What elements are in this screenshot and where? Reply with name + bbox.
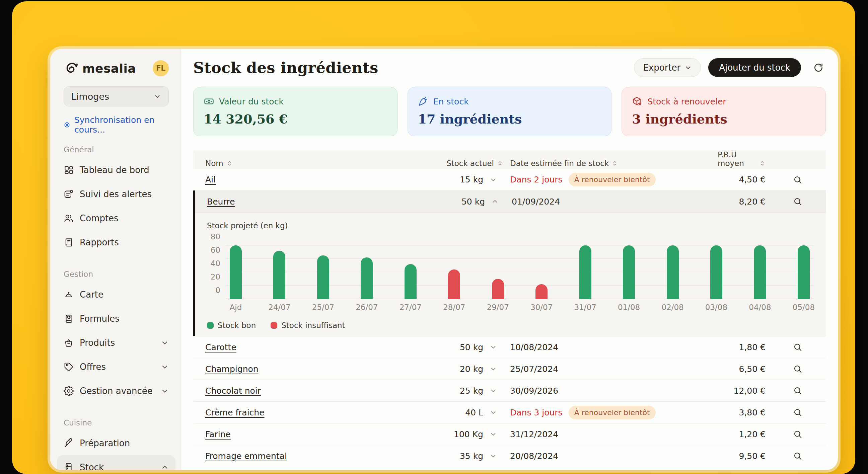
sidebar-item-suivi-des-alertes[interactable]: Suivi des alertes [57,182,176,206]
ingredient-link[interactable]: Chocolat noir [205,386,261,396]
ingredient-name-cell: Ail [205,175,386,184]
stock-value: 15 kg [386,175,483,184]
row-expand-toggle[interactable] [483,452,503,460]
column-header-date-fin-stock[interactable]: Date estimée fin de stock [503,159,718,168]
row-search-button[interactable] [782,451,814,461]
row-search-button[interactable] [782,196,814,207]
row-expand-toggle[interactable] [483,343,503,351]
end-of-stock-date-cell: 25/07/2024 [503,364,718,374]
row-search-button[interactable] [782,386,814,396]
ingredient-link[interactable]: Ail [205,175,216,184]
end-of-stock-date-cell: 10/08/2024 [503,342,718,352]
x-axis-label: 02/08 [667,303,679,313]
main-content: Stock des ingrédients Exporter Ajouter d… [181,49,838,470]
sidebar-section-label: Cuisine [64,418,169,428]
chevron-down-icon [161,387,169,395]
unit-price: 3,80 € [718,408,782,417]
row-search-button[interactable] [782,342,814,352]
stock-value: 50 kg [388,197,485,207]
page-title: Stock des ingrédients [193,59,634,77]
ingredient-link[interactable]: Crème fraiche [205,408,265,417]
refresh-button[interactable] [811,60,826,75]
end-of-stock-date-cell: 20/08/2024 [503,451,718,461]
sidebar-item-tableau-de-bord[interactable]: Tableau de bord [57,158,176,182]
row-expand-toggle[interactable] [483,409,503,416]
sidebar-item-preparation[interactable]: Préparation [57,431,176,455]
table-row: Champignon 20 kg 25/07/2024 6,50 € [193,358,826,380]
sidebar-item-label: Carte [80,290,169,299]
row-expand-toggle[interactable] [485,198,505,205]
sidebar-item-carte[interactable]: Carte [57,283,176,307]
end-of-stock-date: 25/07/2024 [510,364,558,374]
chart-bar [754,245,766,299]
chevron-down-icon [161,339,169,347]
sync-status: Synchronisation en cours... [64,120,169,130]
ingredient-link[interactable]: Farine [205,430,231,439]
row-search-button[interactable] [782,175,814,185]
sidebar-item-label: Stock [80,462,155,470]
refresh-icon [813,62,824,73]
sidebar-item-stock[interactable]: Stock [57,455,176,470]
row-expand-toggle[interactable] [483,365,503,373]
chevron-down-icon [684,64,692,71]
row-search-button[interactable] [782,429,814,439]
x-axis-label: 31/07 [579,303,591,313]
y-axis-tick: 40 [206,259,220,268]
x-axis-label: 05/08 [798,303,810,313]
location-label: Limoges [71,91,154,102]
row-search-button[interactable] [782,407,814,417]
unit-price: 8,20 € [719,197,782,207]
ingredient-link[interactable]: Fromage emmental [205,451,287,461]
legend-swatch [207,322,214,329]
sidebar-item-comptes[interactable]: Comptes [57,206,176,230]
row-expand-toggle[interactable] [483,176,503,184]
search-icon [793,386,803,396]
location-selector[interactable]: Limoges [64,86,169,106]
chart-bar [667,245,679,299]
row-expand-toggle[interactable] [483,431,503,438]
sidebar-item-gestion-avancee[interactable]: Gestion avancée [57,379,176,403]
sidebar-item-formules[interactable]: Formules [57,307,176,331]
search-icon [793,429,803,439]
end-of-stock-date: 20/08/2024 [510,451,558,461]
projected-stock-chart: 806040200 Ajd24/0725/0726/0727/0728/0729… [226,235,814,313]
ingredient-link[interactable]: Champignon [205,364,258,374]
users-icon [64,213,74,223]
row-search-button[interactable] [782,364,814,374]
legend-item: Stock bon [207,321,256,330]
export-button[interactable]: Exporter [634,58,701,77]
ingredient-name-cell: Crème fraiche [205,408,386,417]
end-of-stock-date-cell: Dans 2 jours À renouveler bientôt [503,173,718,186]
row-expand-toggle[interactable] [483,387,503,394]
sidebar-item-produits[interactable]: Produits [57,331,176,355]
column-header-nom[interactable]: Nom [205,159,386,168]
expanded-row-group: Beurre 50 kg 01/09/2024 8,20 € Stock pro… [193,190,826,336]
ingredient-name-cell: Carotte [205,342,386,352]
user-avatar[interactable]: FL [153,60,169,76]
end-of-stock-date: Dans 2 jours [510,175,563,184]
sort-icon [612,160,618,167]
ingredient-link[interactable]: Beurre [207,197,235,207]
add-stock-button[interactable]: Ajouter du stock [708,58,801,77]
chart-bar [492,279,504,299]
x-axis: Ajd24/0725/0726/0727/0728/0729/0730/0731… [226,303,814,313]
search-icon [793,407,803,417]
renew-soon-badge: À renouveler bientôt [569,406,656,419]
ingredient-link[interactable]: Carotte [205,342,237,352]
sort-icon [226,160,233,167]
cloche-icon [64,290,74,299]
chevron-up-icon [491,198,499,205]
alerts-icon [64,189,74,199]
sidebar-item-rapports[interactable]: Rapports [57,230,176,254]
sync-status-label: Synchronisation en cours... [74,115,169,134]
chevron-down-icon [154,93,161,100]
chevron-down-icon [490,176,497,184]
stat-card-label: Valeur du stock [219,97,284,106]
brand-name: mesalia [82,62,153,75]
legend-item: Stock insuffisant [271,321,345,330]
report-book-icon [64,237,74,247]
column-header-stock-actuel[interactable]: Stock actuel [386,159,503,168]
sidebar-item-offres[interactable]: Offres [57,355,176,379]
table-header: Nom Stock actuel Date estimée fin de sto… [193,150,826,169]
table-row: Ail 15 kg Dans 2 jours À renouveler bien… [193,169,826,190]
